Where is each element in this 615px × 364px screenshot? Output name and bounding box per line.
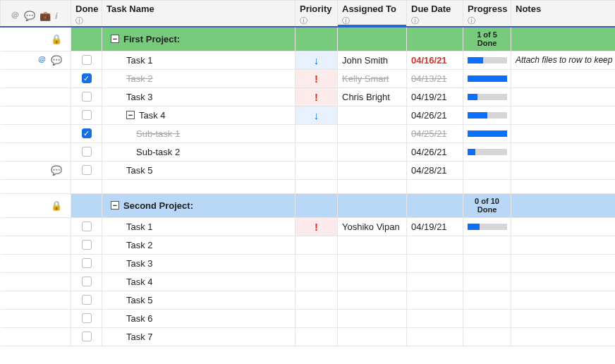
task-row[interactable]: Task 7	[1, 327, 616, 346]
notes-cell[interactable]	[511, 217, 616, 236]
task-row[interactable]: 💬Task 504/28/21	[1, 161, 616, 179]
priority-cell[interactable]	[296, 309, 338, 327]
task-name-cell[interactable]: Task 1	[102, 51, 296, 69]
column-header-done[interactable]: Done ⓘ	[71, 1, 102, 28]
due-cell[interactable]: 04/16/21	[407, 51, 463, 69]
assigned-cell[interactable]	[338, 254, 407, 272]
priority-cell[interactable]	[296, 291, 338, 309]
attachment-icon[interactable]: ＠	[37, 54, 47, 66]
done-checkbox[interactable]	[82, 147, 92, 157]
notes-cell[interactable]	[511, 69, 616, 87]
done-cell[interactable]	[71, 87, 102, 106]
due-cell[interactable]	[407, 254, 463, 272]
priority-cell[interactable]	[296, 161, 338, 179]
task-name-cell[interactable]: Task 5	[102, 291, 296, 309]
group-header-row[interactable]: 🔒−Second Project:0 of 10Done	[1, 193, 616, 217]
done-cell[interactable]	[71, 236, 102, 254]
task-row[interactable]: Task 5	[1, 291, 616, 309]
collapse-icon[interactable]: −	[111, 35, 119, 43]
comment-icon[interactable]: 💬	[51, 55, 62, 66]
column-header-progress[interactable]: Progress ⓘ	[463, 1, 511, 28]
done-cell[interactable]	[71, 106, 102, 124]
progress-cell[interactable]	[463, 236, 511, 254]
done-checkbox[interactable]	[82, 332, 92, 341]
due-cell[interactable]: 04/19/21	[407, 217, 463, 236]
done-cell[interactable]	[71, 291, 102, 309]
done-cell[interactable]	[71, 327, 102, 346]
priority-cell[interactable]: !	[296, 217, 338, 236]
done-cell[interactable]	[71, 51, 102, 69]
done-cell[interactable]	[71, 124, 102, 142]
progress-cell[interactable]	[463, 254, 511, 272]
assigned-cell[interactable]	[338, 161, 407, 179]
done-checkbox[interactable]	[82, 222, 92, 231]
priority-cell[interactable]: !	[296, 69, 338, 87]
task-row[interactable]: Task 2	[1, 236, 616, 254]
column-header-taskname[interactable]: Task Name	[102, 1, 296, 28]
notes-cell[interactable]	[511, 327, 616, 346]
group-header-row[interactable]: 🔒−First Project:1 of 5Done	[1, 27, 616, 51]
column-header-assigned[interactable]: Assigned To ⓘ	[338, 1, 407, 28]
task-name-cell[interactable]: − Task 4	[102, 106, 296, 124]
assigned-cell[interactable]	[338, 236, 407, 254]
progress-cell[interactable]	[463, 106, 511, 124]
task-name-cell[interactable]: Task 1	[102, 217, 296, 236]
due-cell[interactable]	[407, 309, 463, 327]
priority-cell[interactable]	[296, 327, 338, 346]
done-checkbox[interactable]	[82, 258, 92, 268]
task-name-cell[interactable]: Sub-task 1	[102, 124, 296, 142]
done-checkbox[interactable]	[82, 110, 92, 120]
task-row[interactable]: Task 2!Kelly Smart04/13/21	[1, 69, 616, 87]
task-row[interactable]: Task 3!Chris Bright04/19/21	[1, 87, 616, 106]
notes-cell[interactable]: Attach files to row to keep resources in…	[511, 51, 616, 69]
done-checkbox[interactable]	[82, 313, 92, 323]
done-checkbox[interactable]	[82, 240, 92, 250]
column-header-notes[interactable]: Notes	[511, 1, 616, 28]
task-name-cell[interactable]: Task 7	[102, 327, 296, 346]
assigned-cell[interactable]: John Smith	[338, 51, 407, 69]
task-name-cell[interactable]: Task 5	[102, 161, 296, 179]
done-checkbox[interactable]	[82, 55, 92, 65]
assigned-cell[interactable]	[338, 142, 407, 161]
due-cell[interactable]: 04/26/21	[407, 142, 463, 161]
done-cell[interactable]	[71, 217, 102, 236]
notes-cell[interactable]	[511, 124, 616, 142]
assigned-cell[interactable]	[338, 106, 407, 124]
priority-cell[interactable]	[296, 254, 338, 272]
priority-cell[interactable]: ↓	[296, 106, 338, 124]
progress-cell[interactable]	[463, 69, 511, 87]
done-checkbox[interactable]	[82, 295, 92, 305]
due-cell[interactable]: 04/13/21	[407, 69, 463, 87]
task-name-cell[interactable]: Task 3	[102, 254, 296, 272]
task-row[interactable]: Sub-task 104/25/21	[1, 124, 616, 142]
done-cell[interactable]	[71, 254, 102, 272]
notes-cell[interactable]	[511, 106, 616, 124]
notes-cell[interactable]	[511, 272, 616, 291]
group-name-cell[interactable]: −First Project:	[102, 27, 296, 51]
priority-cell[interactable]: !	[296, 87, 338, 106]
notes-cell[interactable]	[511, 142, 616, 161]
done-checkbox[interactable]	[82, 277, 92, 286]
notes-cell[interactable]	[511, 87, 616, 106]
due-cell[interactable]: 04/26/21	[407, 106, 463, 124]
done-cell[interactable]	[71, 272, 102, 291]
priority-cell[interactable]	[296, 124, 338, 142]
task-name-cell[interactable]: Sub-task 2	[102, 142, 296, 161]
task-row[interactable]: ＠💬Task 1↓John Smith04/16/21Attach files …	[1, 51, 616, 69]
assigned-cell[interactable]	[338, 327, 407, 346]
done-checkbox[interactable]	[82, 92, 92, 102]
done-cell[interactable]	[71, 309, 102, 327]
priority-cell[interactable]: ↓	[296, 51, 338, 69]
due-cell[interactable]: 04/25/21	[407, 124, 463, 142]
assigned-cell[interactable]	[338, 291, 407, 309]
notes-cell[interactable]	[511, 236, 616, 254]
column-header-duedate[interactable]: Due Date ⓘ	[407, 1, 463, 28]
due-cell[interactable]	[407, 272, 463, 291]
comment-icon[interactable]: 💬	[51, 165, 62, 176]
done-checkbox[interactable]	[82, 165, 92, 175]
column-header-priority[interactable]: Priority ⓘ	[296, 1, 338, 28]
task-row[interactable]: Task 6	[1, 309, 616, 327]
done-checkbox[interactable]	[82, 73, 92, 83]
task-row[interactable]: Task 3	[1, 254, 616, 272]
task-name-cell[interactable]: Task 6	[102, 309, 296, 327]
